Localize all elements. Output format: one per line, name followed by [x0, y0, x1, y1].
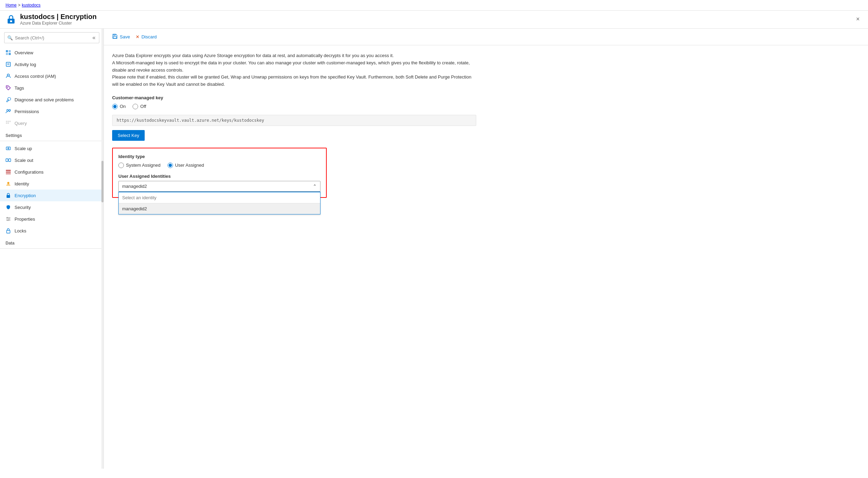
radio-system-option[interactable]: System Assigned: [118, 163, 161, 168]
cmk-label: Customer-managed key: [112, 95, 476, 100]
desc-line1: Azure Data Explorer encrypts your data u…: [112, 52, 476, 59]
sidebar-label-overview: Overview: [15, 50, 33, 55]
sidebar-item-encryption[interactable]: Encryption: [0, 190, 103, 201]
save-icon: [112, 34, 118, 40]
save-button[interactable]: Save: [112, 32, 130, 42]
lock-icon: [6, 193, 11, 198]
identity-type-radio-group: System Assigned User Assigned: [118, 163, 320, 168]
identity-dropdown[interactable]: managedid2 ⌃: [118, 181, 320, 192]
svg-rect-6: [6, 62, 10, 66]
sidebar-item-permissions[interactable]: Permissions: [0, 105, 103, 117]
sidebar-item-access-control[interactable]: Access control (IAM): [0, 70, 103, 82]
config-icon: [6, 169, 11, 175]
sidebar-label-permissions: Permissions: [15, 109, 39, 114]
radio-off-input[interactable]: [133, 104, 138, 109]
cmk-radio-group: On Off: [112, 104, 476, 109]
sidebar-item-diagnose[interactable]: Diagnose and solve problems: [0, 94, 103, 105]
sidebar-label-identity: Identity: [15, 181, 29, 186]
query-icon: [6, 120, 11, 126]
lock-small-icon: [6, 228, 11, 233]
sidebar-nav: Overview Activity log Access control (IA…: [0, 47, 103, 129]
radio-on-label: On: [120, 104, 126, 109]
close-button[interactable]: ×: [853, 14, 862, 24]
breadcrumb: Home > kustodocs: [6, 3, 40, 8]
svg-rect-34: [113, 37, 117, 38]
sidebar-label-locks: Locks: [15, 228, 26, 233]
sidebar-item-query[interactable]: Query: [0, 117, 103, 129]
radio-on-input[interactable]: [112, 104, 118, 109]
breadcrumb-home[interactable]: Home: [6, 3, 17, 8]
properties-icon: [6, 216, 11, 222]
svg-rect-1: [10, 20, 12, 22]
grid-icon: [6, 50, 11, 55]
sidebar-item-scale-out[interactable]: Scale out: [0, 154, 103, 166]
sidebar-item-scale-up[interactable]: Scale up: [0, 143, 103, 154]
svg-point-31: [8, 220, 9, 221]
sidebar-item-activity-log[interactable]: Activity log: [0, 58, 103, 70]
radio-off-label: Off: [140, 104, 146, 109]
radio-on-option[interactable]: On: [112, 104, 126, 109]
desc-line3: Please note that if enabled, this cluste…: [112, 74, 476, 88]
radio-user-input[interactable]: [168, 163, 173, 168]
breadcrumb-separator: >: [18, 3, 20, 8]
radio-user-option[interactable]: User Assigned: [168, 163, 204, 168]
resource-icon: [6, 14, 17, 25]
sidebar-label-diagnose: Diagnose and solve problems: [15, 97, 74, 102]
sidebar-label-tags: Tags: [15, 85, 24, 91]
svg-rect-14: [8, 121, 9, 122]
tag-icon: [6, 85, 11, 91]
settings-section-label: Settings: [0, 129, 103, 139]
scale-out-icon: [6, 157, 11, 163]
radio-system-input[interactable]: [118, 163, 124, 168]
radio-off-option[interactable]: Off: [133, 104, 146, 109]
breadcrumb-current[interactable]: kustodocs: [22, 3, 40, 8]
resource-subtitle: Azure Data Explorer Cluster: [20, 21, 97, 26]
sidebar-label-access-control: Access control (IAM): [15, 74, 56, 79]
shield-icon: [6, 204, 11, 210]
search-icon: 🔍: [7, 35, 13, 40]
identity-search-input[interactable]: [119, 192, 320, 203]
identity-option-managedid2[interactable]: managedid2: [119, 203, 320, 214]
svg-rect-20: [9, 159, 11, 162]
sidebar-item-identity[interactable]: Identity: [0, 178, 103, 190]
svg-point-10: [7, 87, 8, 88]
identity-dropdown-menu: managedid2: [118, 192, 320, 214]
radio-system-label: System Assigned: [126, 163, 161, 168]
dropdown-selected-value: managedid2: [122, 184, 147, 189]
svg-rect-3: [9, 50, 11, 52]
identity-icon: [6, 181, 11, 186]
sidebar-item-tags[interactable]: Tags: [0, 82, 103, 94]
sidebar-item-overview[interactable]: Overview: [0, 47, 103, 58]
sidebar-label-encryption: Encryption: [15, 193, 36, 198]
svg-rect-16: [6, 122, 7, 124]
save-label: Save: [120, 34, 130, 39]
iam-icon: [6, 73, 11, 79]
sidebar-item-properties[interactable]: Properties: [0, 213, 103, 225]
toolbar: Save ✕ Discard: [104, 29, 868, 45]
sidebar-label-security: Security: [15, 205, 31, 210]
svg-rect-2: [6, 50, 8, 52]
description: Azure Data Explorer encrypts your data u…: [112, 52, 476, 88]
data-section-label: Data: [0, 237, 103, 247]
wrench-icon: [6, 97, 11, 102]
sidebar-item-configurations[interactable]: Configurations: [0, 166, 103, 178]
main-content: Save ✕ Discard Azure Data Explorer encry…: [104, 29, 868, 469]
log-icon: [6, 62, 11, 67]
sidebar-label-scale-out: Scale out: [15, 158, 33, 163]
sidebar-item-locks[interactable]: Locks: [0, 225, 103, 237]
desc-line2: A Microsoft-managed key is used to encry…: [112, 59, 476, 74]
svg-rect-33: [114, 34, 115, 36]
select-key-button[interactable]: Select Key: [112, 130, 145, 141]
discard-button[interactable]: ✕ Discard: [136, 33, 157, 41]
svg-rect-17: [8, 122, 9, 124]
collapse-button[interactable]: «: [92, 34, 96, 42]
identity-type-label: Identity type: [118, 154, 320, 159]
sidebar-label-scale-up: Scale up: [15, 146, 32, 151]
svg-rect-22: [6, 172, 11, 173]
key-url-display: https://kustodocskeyvault.vault.azure.ne…: [112, 115, 476, 126]
sidebar-item-security[interactable]: Security: [0, 201, 103, 213]
search-input[interactable]: [15, 35, 90, 40]
svg-rect-4: [6, 53, 8, 55]
svg-rect-5: [9, 53, 11, 55]
svg-point-11: [7, 110, 9, 111]
